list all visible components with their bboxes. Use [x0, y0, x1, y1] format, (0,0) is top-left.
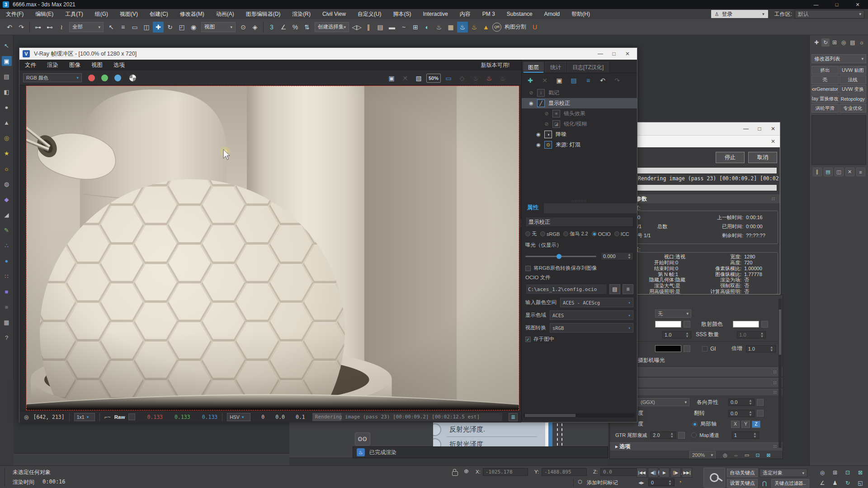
ocio-path-field[interactable]: C:\aces_1.2\config.ocio — [525, 284, 607, 295]
y-coordinate-field[interactable]: -1488.895 — [542, 468, 587, 476]
render-last-teapot-icon[interactable]: ♨ — [483, 73, 495, 84]
modifier-button[interactable]: 专业优化 — [840, 104, 867, 113]
key-mode-toggle-icon[interactable]: ◀▶ — [637, 479, 646, 487]
menu-item[interactable]: 组(G) — [89, 9, 114, 19]
minimize-button[interactable]: — — [594, 51, 607, 57]
display-gamut-dropdown[interactable]: ACES ▾ — [550, 310, 633, 320]
channel-dropdown[interactable]: RGB 颜色 ▾ — [23, 73, 82, 82]
radio-gamma[interactable] — [563, 231, 568, 236]
zoom-all-icon[interactable]: ⊞ — [829, 468, 841, 477]
login-button[interactable]: ♙ 登录 ▾ — [711, 10, 768, 18]
modifier-button[interactable]: 挤出 — [811, 66, 839, 75]
zoom-region-icon[interactable]: ▭ — [743, 451, 751, 459]
update-notice[interactable]: 新版本可用! — [481, 60, 509, 70]
x-coordinate-field[interactable]: -1025.178 — [483, 468, 528, 476]
save-image-icon[interactable]: ▣ — [386, 73, 397, 84]
percent-snap-icon[interactable]: % — [290, 22, 301, 33]
show-end-result-icon[interactable]: ▤ — [824, 168, 833, 176]
axis-z-button[interactable]: Z — [752, 421, 760, 428]
named-selection-sets-dropdown[interactable]: 创建选择集▾ — [315, 22, 349, 32]
layer-row[interactable]: ◉ ╱ 显示校正 — [522, 98, 637, 108]
walk-through-icon[interactable]: ♟ — [829, 478, 841, 488]
hsv-dropdown[interactable]: HSV ▾ — [227, 413, 250, 421]
modifier-stack-list[interactable] — [811, 115, 866, 165]
prev-frame-icon[interactable]: ◀|| — [648, 468, 658, 478]
unlink-selection-icon[interactable]: ⊷ — [44, 22, 55, 33]
menu-item[interactable]: Arnold — [538, 9, 566, 19]
display-tab-icon[interactable]: ▤ — [849, 38, 857, 47]
qr-badge-icon[interactable]: QR — [492, 23, 501, 32]
time-configuration-icon[interactable]: ◔ — [678, 479, 682, 485]
fov-icon[interactable]: ∠ — [816, 478, 828, 488]
parameter-knob[interactable] — [433, 423, 441, 436]
box-render-icon[interactable]: ◇ — [456, 73, 468, 84]
motion-tab-icon[interactable]: ◎ — [840, 38, 848, 47]
pin-stack-icon[interactable]: ∥ — [813, 168, 822, 176]
next-frame-icon[interactable]: ||▶ — [670, 468, 681, 478]
vfb-title-bar[interactable]: V V-Ray 帧缓冲区 - [100.0% of 1280 x 720] — … — [19, 48, 637, 60]
hierarchy-tab-icon[interactable]: ⊞ — [830, 38, 839, 47]
vfb-menu-item[interactable]: 渲染 — [42, 60, 64, 70]
layer-explorer-icon[interactable]: ▤ — [375, 22, 386, 33]
current-frame-field[interactable]: 0 ▲▼ — [648, 479, 675, 486]
menu-item[interactable]: Civil View — [316, 9, 352, 19]
panel-splitter[interactable]: ∷∷∷∷∷ — [522, 199, 637, 203]
orbit-icon[interactable]: ↻ — [842, 478, 854, 488]
pixel-probe-icon[interactable]: ◎ — [24, 414, 28, 420]
modifier-list-dropdown[interactable]: 修改器列表 ▾ — [811, 54, 866, 63]
menu-item[interactable]: 视图(V) — [114, 9, 144, 19]
go-to-start-icon[interactable]: |◀◀ — [637, 468, 647, 478]
help-icon[interactable]: ? — [2, 333, 12, 343]
axis-y-button[interactable]: Y — [741, 421, 750, 428]
brdf-dropdown[interactable]: (GGX) ▾ — [638, 398, 689, 406]
select-and-place-icon[interactable]: ◉ — [188, 22, 199, 33]
zoom-50-button[interactable]: 50% — [426, 74, 441, 83]
options-rollout-header[interactable]: ▸ 选项 — [615, 443, 630, 450]
menu-item[interactable]: 文件(F) — [0, 9, 29, 19]
zoom-extents-selected-icon[interactable]: ⊠ — [764, 451, 773, 459]
layer-row[interactable]: ⊘ ◪ 锐化/模糊 — [522, 119, 637, 129]
multiplier-spinner[interactable]: 1.0 ▲▼ — [746, 345, 776, 352]
modifier-button[interactable]: UVW 变换 — [840, 85, 867, 94]
expand-log-icon[interactable]: ≣ — [509, 413, 518, 421]
radio-ocio[interactable] — [592, 231, 597, 236]
tab-properties[interactable]: 属性 — [522, 203, 544, 213]
box-primitive-icon[interactable]: ▣ — [2, 56, 12, 66]
region-select-icon[interactable]: ▧ — [413, 73, 425, 84]
alpha-channel-icon[interactable] — [129, 75, 136, 81]
select-and-rotate-icon[interactable]: ↻ — [165, 22, 175, 33]
bricks-icon[interactable]: ▦ — [2, 317, 12, 327]
menu-item[interactable]: 图形编辑器(D) — [240, 9, 287, 19]
diffuse-map-button[interactable] — [684, 321, 690, 328]
select-object-icon[interactable]: ↖ — [106, 22, 117, 33]
visibility-eye-icon[interactable]: ◉ — [533, 131, 544, 137]
bake-checkbox[interactable]: ✓ — [525, 337, 531, 342]
delete-layer-icon[interactable]: ✕ — [539, 75, 551, 86]
zoom-icon[interactable]: ◎ — [816, 468, 828, 477]
zoom-extents-icon[interactable]: ⊡ — [842, 468, 854, 477]
tab-layers[interactable]: 图层 — [523, 62, 544, 73]
sss-amount-spinner[interactable]: 1.0 ▲▼ — [737, 331, 766, 338]
key-filter-icon[interactable]: ⋂ — [760, 479, 769, 488]
snap-toggle-3d-icon[interactable]: 3 — [266, 22, 277, 33]
diffuse-amount-spinner[interactable]: 1.0 ▲▼ — [662, 331, 691, 338]
stop-button[interactable]: 停止 — [716, 152, 745, 163]
add-layer-icon[interactable]: ✚ — [524, 75, 536, 86]
window-crossing-icon[interactable]: ◫ — [141, 22, 152, 33]
menu-item[interactable]: 渲染(R) — [286, 9, 316, 19]
render-production-icon[interactable]: ♨ — [457, 22, 468, 33]
close-icon[interactable]: ✕ — [766, 138, 780, 145]
select-cursor-icon[interactable]: ↖ — [2, 41, 12, 51]
schematic-view-icon[interactable]: ⊞ — [410, 22, 421, 33]
local-axis-radio[interactable] — [692, 422, 698, 427]
select-and-link-icon[interactable]: ⊶ — [33, 22, 43, 33]
cancel-button[interactable]: 取消 — [748, 152, 777, 163]
modifier-button[interactable]: 涡轮平滑 — [811, 104, 839, 113]
tab-stats[interactable]: 统计 — [545, 62, 566, 73]
minimize-button[interactable]: — — [739, 126, 753, 132]
rotation-spinner[interactable]: 0.0 ▲▼ — [728, 410, 755, 417]
raw-checkbox[interactable] — [128, 413, 135, 420]
clear-image-icon[interactable]: ✕ — [399, 73, 411, 84]
save-layers-icon[interactable]: ▣ — [553, 75, 565, 86]
play-icon[interactable]: ▶ — [659, 468, 670, 478]
